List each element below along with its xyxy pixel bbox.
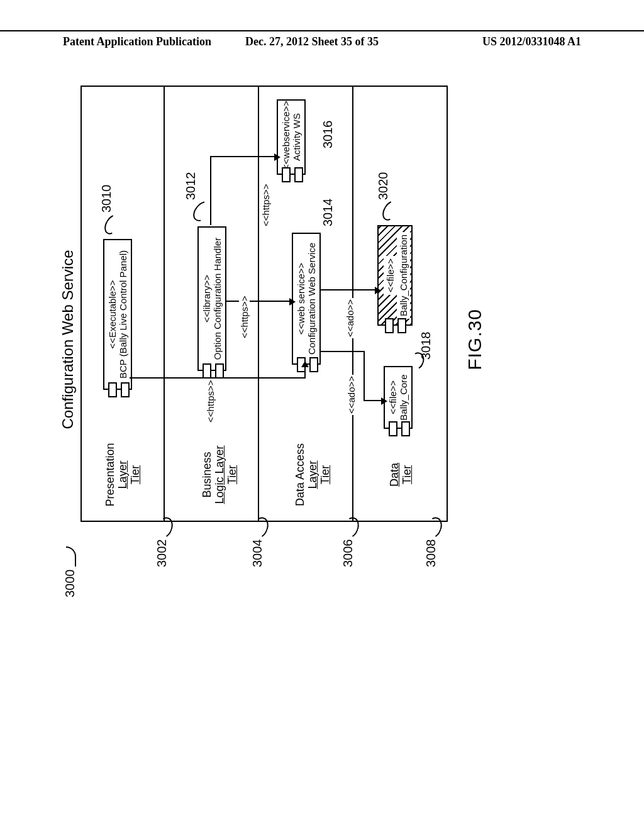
conn-ado-1: <<ado>> bbox=[346, 375, 357, 415]
tier-divider-2 bbox=[258, 87, 259, 521]
comp-bcp: <<Executable>> BCP (Bally Live Control P… bbox=[103, 239, 132, 390]
comp-bally-configuration: <<file>> Bally_Configuration bbox=[377, 225, 413, 326]
comp-activity-ws: <<webservice>> Activity WS bbox=[277, 99, 306, 175]
diagram: Configuration Web Service 3000 Presentat… bbox=[44, 57, 484, 622]
conn-ado-2: <<ado>> bbox=[345, 298, 355, 338]
ref-3014: 3014 bbox=[321, 199, 335, 227]
ref-3002: 3002 bbox=[155, 540, 169, 568]
ref-3010: 3010 bbox=[99, 185, 114, 213]
ref-3000-text: 3000 bbox=[63, 570, 77, 598]
figure-caption: FIG.30 bbox=[464, 57, 486, 622]
tier-presentation: Presentation Layer Tier bbox=[104, 428, 142, 522]
conn-https-3: <<https>> bbox=[260, 182, 271, 228]
conn-https-2: <<https>> bbox=[239, 294, 250, 340]
wire-bcp-to-cws bbox=[130, 377, 306, 379]
comp-bally-core: <<file>> Bally_Core bbox=[384, 366, 413, 429]
ref-3006: 3006 bbox=[341, 540, 355, 568]
ref-3016: 3016 bbox=[321, 121, 335, 149]
tier-divider-1 bbox=[164, 87, 165, 521]
wire-oh-to-cws bbox=[225, 301, 292, 302]
ref-3000: 3000 bbox=[63, 547, 77, 598]
tier-data: Data Tier bbox=[389, 428, 414, 522]
conn-https-1: <<https>> bbox=[205, 379, 216, 424]
ref-3008: 3008 bbox=[424, 540, 438, 568]
ref-3020: 3020 bbox=[376, 172, 391, 201]
header-center: Dec. 27, 2012 Sheet 35 of 35 bbox=[245, 35, 379, 48]
page-header: Patent Application Publication Dec. 27, … bbox=[0, 30, 644, 35]
header-left: Patent Application Publication bbox=[63, 35, 211, 48]
comp-config-ws: <<web service>> Configuration Web Servic… bbox=[292, 233, 321, 365]
comp-option-handler: <<library>> Option Configuration Handler bbox=[197, 226, 226, 371]
ref-3004: 3004 bbox=[250, 540, 265, 568]
ref-3012: 3012 bbox=[184, 172, 198, 201]
tier-business: Business Logic Layer Tier bbox=[201, 428, 238, 522]
tier-data-access: Data Access Layer Tier bbox=[294, 428, 331, 522]
header-right: US 2012/0331048 A1 bbox=[482, 35, 581, 48]
diagram-title: Configuration Web Service bbox=[59, 57, 77, 622]
